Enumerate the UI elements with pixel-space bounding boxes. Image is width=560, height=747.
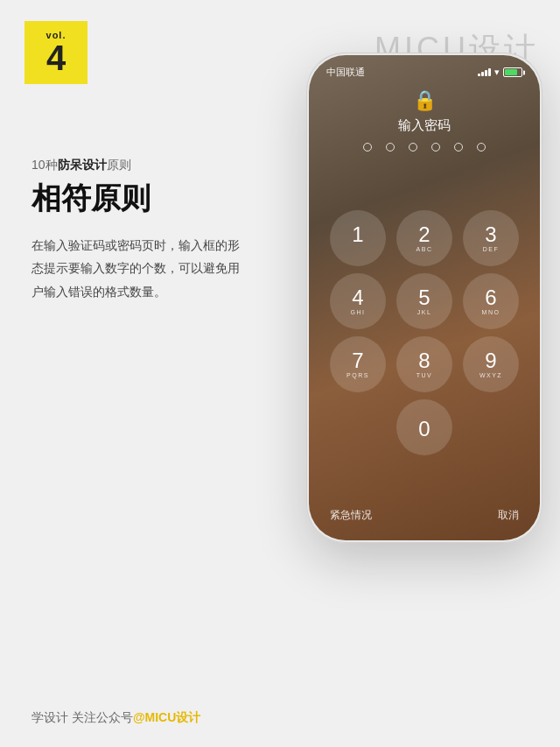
key-9-letters: WXYZ (480, 372, 502, 378)
key-8-number: 8 (418, 350, 430, 371)
key-3-number: 3 (485, 224, 496, 245)
key-2-letters: ABC (416, 246, 433, 252)
dot-5 (454, 143, 463, 152)
key-2[interactable]: 2 ABC (396, 210, 452, 266)
key-3[interactable]: 3 DEF (463, 210, 519, 266)
keypad-row-3: 7 PQRS 8 TUV 9 WXYZ (330, 336, 519, 392)
subtitle-prefix: 10种 (32, 158, 58, 172)
key-5-number: 5 (418, 287, 430, 308)
key-4-number: 4 (352, 287, 363, 308)
left-content: 10种防呆设计原则 相符原则 在输入验证码或密码页时，输入框的形态提示要输入数字… (32, 158, 242, 304)
battery-icon (503, 67, 522, 77)
key-9[interactable]: 9 WXYZ (463, 336, 519, 392)
key-0-number: 0 (418, 419, 430, 440)
key-6-letters: MNO (482, 309, 500, 315)
signal-icon (478, 68, 491, 76)
keypad-row-4: 0 (396, 399, 452, 455)
footer-prefix: 学设计 关注公众号 (32, 710, 133, 724)
lock-area: 🔒 输入密码 (309, 82, 540, 164)
key-7-number: 7 (352, 350, 363, 371)
emergency-button[interactable]: 紧急情况 (330, 508, 372, 523)
key-1-letters (356, 246, 359, 252)
key-8[interactable]: 8 TUV (396, 336, 452, 392)
dot-4 (431, 143, 440, 152)
phone-outer: 中国联通 ▾ 🔒 输入密码 (306, 53, 542, 543)
key-4[interactable]: 4 GHI (330, 273, 386, 329)
cancel-button[interactable]: 取消 (498, 508, 519, 523)
key-1[interactable]: 1 (330, 210, 386, 266)
footer: 学设计 关注公众号@MICU设计 (32, 710, 200, 726)
key-0[interactable]: 0 (396, 399, 452, 455)
key-9-number: 9 (485, 350, 496, 371)
subtitle: 10种防呆设计原则 (32, 158, 242, 173)
subtitle-suffix: 原则 (107, 158, 131, 172)
status-icons: ▾ (478, 67, 522, 78)
dot-1 (363, 143, 372, 152)
key-6[interactable]: 6 MNO (463, 273, 519, 329)
phone-bottom-bar: 紧急情况 取消 (309, 501, 540, 540)
status-bar: 中国联通 ▾ (309, 55, 540, 82)
passcode-dots (363, 143, 486, 152)
key-5[interactable]: 5 JKL (396, 273, 452, 329)
phone-inner: 中国联通 ▾ 🔒 输入密码 (309, 55, 540, 540)
vol-badge: vol. 4 (24, 21, 88, 84)
key-4-letters: GHI (351, 309, 366, 315)
carrier-text: 中国联通 (326, 66, 365, 79)
key-1-number: 1 (352, 224, 363, 245)
keypad-row-1: 1 2 ABC 3 DEF (330, 210, 519, 266)
phone-mockup: 中国联通 ▾ 🔒 输入密码 (306, 53, 542, 543)
key-2-number: 2 (418, 224, 430, 245)
subtitle-bold: 防呆设计 (58, 158, 107, 172)
keypad: 1 2 ABC 3 DEF 4 GHI (309, 164, 540, 501)
key-7[interactable]: 7 PQRS (330, 336, 386, 392)
vol-number: 4 (46, 40, 66, 75)
passcode-label: 输入密码 (398, 117, 451, 134)
key-3-letters: DEF (483, 246, 500, 252)
wifi-icon: ▾ (494, 67, 500, 78)
dot-3 (409, 143, 417, 152)
key-8-letters: TUV (416, 372, 433, 378)
footer-handle: @MICU设计 (133, 710, 200, 724)
lock-icon: 🔒 (413, 89, 437, 112)
description: 在输入验证码或密码页时，输入框的形态提示要输入数字的个数，可以避免用户输入错误的… (32, 234, 242, 304)
key-5-letters: JKL (417, 309, 432, 315)
main-title: 相符原则 (32, 180, 242, 216)
dot-6 (477, 143, 486, 152)
key-7-letters: PQRS (346, 372, 369, 378)
dot-2 (386, 143, 395, 152)
key-6-number: 6 (485, 287, 496, 308)
keypad-row-2: 4 GHI 5 JKL 6 MNO (330, 273, 519, 329)
battery-fill (505, 69, 517, 75)
